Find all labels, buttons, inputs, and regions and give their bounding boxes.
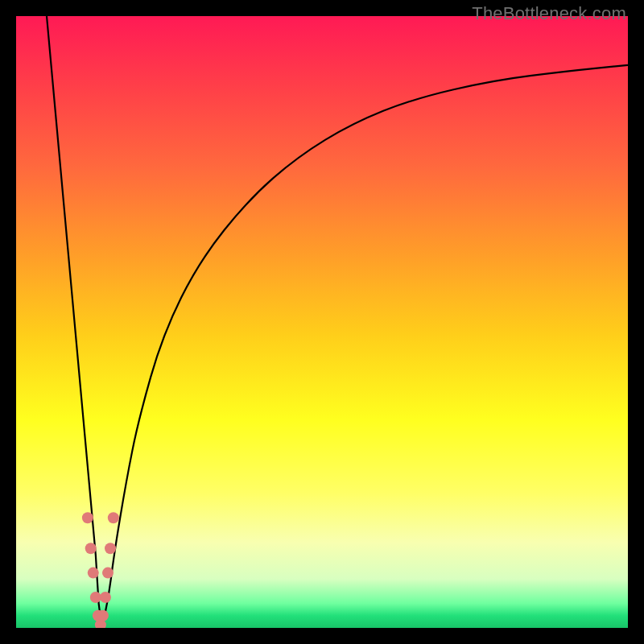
plot-area <box>16 16 628 628</box>
sample-markers <box>82 512 119 628</box>
bottleneck-curve <box>47 16 628 628</box>
marker-point <box>88 568 99 579</box>
marker-point <box>102 568 114 579</box>
watermark-text: TheBottleneck.com <box>472 3 626 24</box>
marker-point <box>100 592 111 603</box>
curve-right-arm <box>101 65 628 628</box>
marker-point <box>90 592 101 603</box>
marker-point <box>105 543 116 554</box>
marker-point <box>82 512 93 523</box>
marker-point <box>85 543 97 554</box>
chart-svg <box>16 16 628 628</box>
marker-point <box>108 512 119 523</box>
marker-point <box>97 610 109 621</box>
chart-frame: TheBottleneck.com <box>0 0 644 644</box>
curve-left-arm <box>47 16 101 628</box>
